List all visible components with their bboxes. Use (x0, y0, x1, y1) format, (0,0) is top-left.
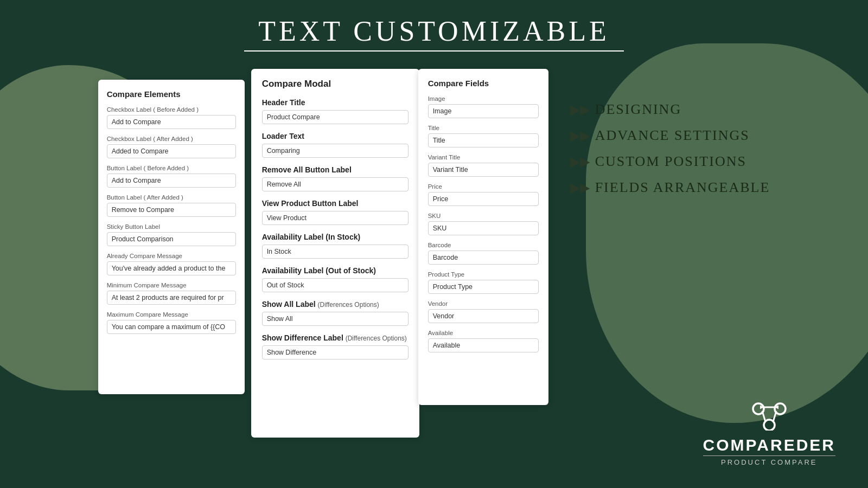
field-group-price: Price Price (428, 183, 539, 206)
label-maximum: Maximum Compare Message (107, 311, 236, 318)
input-maximum[interactable]: You can compare a maximum of {{CO (107, 320, 236, 334)
field-group-maximum: Maximum Compare Message You can compare … (107, 311, 236, 334)
section-header-title: Header Title (262, 98, 409, 107)
section-show-difference: Show Difference Label (Differences Optio… (262, 333, 409, 342)
input-title[interactable]: Title (428, 133, 539, 147)
arrow-icon-custom: ▶▶ (570, 154, 590, 169)
input-product-type[interactable]: Product Type (428, 280, 539, 294)
input-loader-text[interactable]: Comparing (262, 144, 409, 158)
label-sku: SKU (428, 213, 539, 219)
section-loader-text: Loader Text (262, 132, 409, 140)
feature-item-custom: ▶▶ Custom Positions (570, 153, 770, 170)
page-title-section: Text Customizable (0, 0, 868, 59)
input-in-stock[interactable]: In Stock (262, 245, 409, 259)
title-underline (244, 50, 624, 52)
logo-icon (750, 398, 788, 433)
label-title: Title (428, 125, 539, 131)
label-product-type: Product Type (428, 271, 539, 278)
input-remove-all[interactable]: Remove All (262, 177, 409, 191)
input-button-before[interactable]: Add to Compare (107, 174, 236, 188)
input-already[interactable]: You've already added a product to the (107, 261, 236, 275)
input-variant-title[interactable]: Variant Title (428, 163, 539, 177)
svg-line-4 (773, 411, 776, 422)
label-already: Already Compare Message (107, 253, 236, 259)
label-minimum: Minimum Compare Message (107, 282, 236, 288)
field-group-barcode: Barcode Barcode (428, 242, 539, 265)
input-sku[interactable]: SKU (428, 221, 539, 235)
field-group-variant-title: Variant Title Variant Title (428, 154, 539, 177)
panel-middle-heading: Compare Modal (262, 79, 409, 89)
input-show-all[interactable]: Show All (262, 312, 409, 326)
input-show-difference[interactable]: Show Difference (262, 345, 409, 359)
input-button-after[interactable]: Remove to Compare (107, 203, 236, 217)
field-group-checkbox-after: Checkbox Label ( After Added ) Added to … (107, 136, 236, 158)
panel-left: Compare Elements Checkbox Label ( Before… (98, 80, 245, 394)
show-diff-sub: (Differences Options) (346, 335, 407, 342)
label-vendor: Vendor (428, 300, 539, 307)
section-show-all: Show All Label (Differences Options) (262, 300, 409, 309)
arrow-icon-advance: ▶▶ (570, 128, 590, 143)
feature-text-custom: Custom Positions (595, 153, 746, 170)
label-sticky: Sticky Button Label (107, 223, 236, 230)
label-variant-title: Variant Title (428, 154, 539, 160)
input-price[interactable]: Price (428, 192, 539, 206)
field-group-already: Already Compare Message You've already a… (107, 253, 236, 275)
input-vendor[interactable]: Vendor (428, 309, 539, 323)
feature-item-designing: ▶▶ Designing (570, 101, 770, 118)
field-group-minimum: Minimum Compare Message At least 2 produ… (107, 282, 236, 305)
label-button-after: Button Label ( After Added ) (107, 194, 236, 201)
section-out-of-stock: Availability Label (Out of Stock) (262, 266, 409, 275)
field-group-sku: SKU SKU (428, 213, 539, 235)
feature-text-advance: Advance Settings (595, 127, 750, 144)
page-title: Text Customizable (0, 15, 868, 47)
logo-name: COMPAREDER (703, 436, 835, 454)
logo-sub: Product Compare (703, 455, 835, 466)
svg-line-3 (762, 411, 765, 422)
section-remove-all: Remove All Button Label (262, 165, 409, 174)
label-checkbox-after: Checkbox Label ( After Added ) (107, 136, 236, 142)
section-view-product: View Product Button Label (262, 199, 409, 208)
feature-item-advance: ▶▶ Advance Settings (570, 127, 770, 144)
features-list: ▶▶ Designing ▶▶ Advance Settings ▶▶ Cust… (570, 101, 770, 206)
field-group-title: Title Title (428, 125, 539, 147)
input-checkbox-before[interactable]: Add to Compare (107, 115, 236, 129)
input-barcode[interactable]: Barcode (428, 251, 539, 265)
label-checkbox-before: Checkbox Label ( Before Added ) (107, 106, 236, 113)
input-minimum[interactable]: At least 2 products are required for pr (107, 291, 236, 305)
field-group-product-type: Product Type Product Type (428, 271, 539, 294)
label-available: Available (428, 330, 539, 336)
panel-left-heading: Compare Elements (107, 89, 236, 99)
panels-container: Compare Elements Checkbox Label ( Before… (0, 69, 868, 438)
input-view-product[interactable]: View Product (262, 211, 409, 225)
field-group-button-before: Button Label ( Before Added ) Add to Com… (107, 165, 236, 188)
logo-area: COMPAREDER Product Compare (703, 398, 835, 466)
field-group-button-after: Button Label ( After Added ) Remove to C… (107, 194, 236, 217)
label-barcode: Barcode (428, 242, 539, 248)
show-all-sub: (Differences Options) (318, 301, 379, 309)
field-group-vendor: Vendor Vendor (428, 300, 539, 323)
feature-item-fields: ▶▶ Fields Arrangeable (570, 179, 770, 196)
input-image[interactable]: Image (428, 104, 539, 118)
feature-text-designing: Designing (595, 101, 682, 118)
input-available[interactable]: Available (428, 338, 539, 352)
panel-right-heading: Compare Fields (428, 79, 539, 88)
input-checkbox-after[interactable]: Added to Compare (107, 144, 236, 158)
label-button-before: Button Label ( Before Added ) (107, 165, 236, 171)
label-image: Image (428, 95, 539, 102)
input-sticky[interactable]: Product Comparison (107, 232, 236, 246)
field-group-checkbox-before: Checkbox Label ( Before Added ) Add to C… (107, 106, 236, 129)
field-group-available: Available Available (428, 330, 539, 352)
label-price: Price (428, 183, 539, 190)
arrow-icon-fields: ▶▶ (570, 180, 590, 195)
input-out-of-stock[interactable]: Out of Stock (262, 278, 409, 292)
panel-middle: Compare Modal Header Title Product Compa… (251, 69, 419, 438)
compareder-logo-svg (750, 398, 788, 431)
panel-right: Compare Fields Image Image Title Title V… (418, 69, 548, 405)
section-in-stock: Availability Label (In Stock) (262, 233, 409, 241)
main-content: Text Customizable Compare Elements Check… (0, 0, 868, 488)
field-group-sticky: Sticky Button Label Product Comparison (107, 223, 236, 246)
input-header-title[interactable]: Product Compare (262, 110, 409, 124)
feature-text-fields: Fields Arrangeable (595, 179, 770, 196)
field-group-image: Image Image (428, 95, 539, 118)
arrow-icon-designing: ▶▶ (570, 102, 590, 117)
